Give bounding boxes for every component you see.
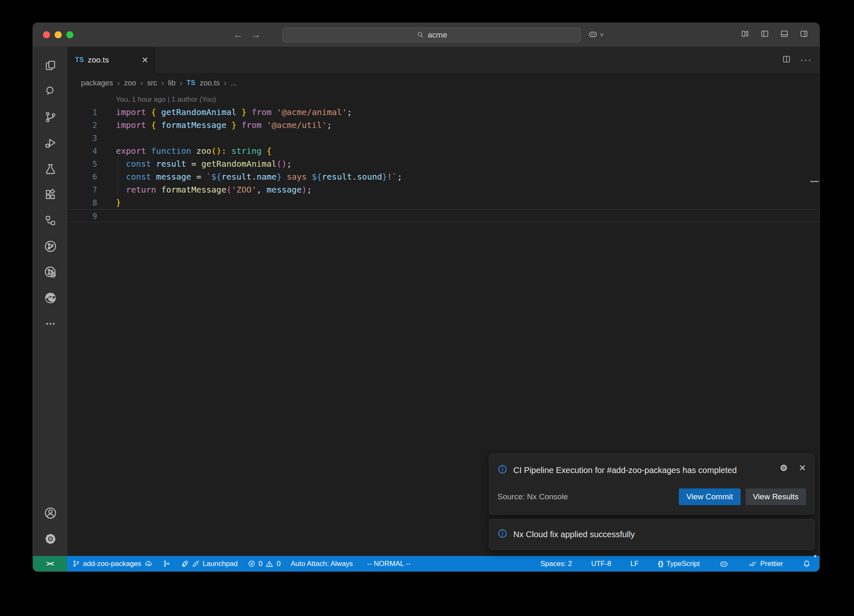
notifications-bell-item[interactable] [797,556,816,571]
chevron-right-icon: › [180,78,182,88]
search-icon[interactable] [38,78,63,104]
minimize-window-button[interactable] [55,31,62,38]
tab-bar: TS zoo.ts ✕ ··· [68,47,819,73]
overview-ruler-mark [810,181,819,182]
breadcrumb-item[interactable]: lib [168,79,176,88]
nx-console-icon[interactable] [38,233,63,259]
toggle-secondary-sidebar-icon[interactable] [799,29,809,38]
indent-guide [118,158,118,170]
info-icon [497,464,507,478]
breadcrumb-item[interactable]: zoo [124,79,136,88]
notification-source: Source: Nx Console [497,492,568,501]
warnings-icon [265,560,274,568]
extensions-icon[interactable] [38,182,63,208]
code-text: const result = getRandomAnimal(); [116,158,291,170]
remote-indicator[interactable]: >< [33,556,67,571]
code-line[interactable]: 5 const result = getRandomAnimal(); [68,158,819,170]
line-number[interactable]: 5 [68,158,116,170]
vscode-window: ← → acme ˅ [33,23,820,572]
git-graph-icon [163,560,171,568]
toggle-panel-icon[interactable] [780,29,789,38]
notification-settings-gear-icon[interactable] [779,463,789,475]
chevron-right-icon: › [117,78,120,88]
activity-bar [33,47,68,556]
error-count: 0 [259,560,262,568]
zoom-window-button[interactable] [66,31,73,38]
hierarchy-icon[interactable] [38,208,63,233]
code-line[interactable]: 8} [68,196,819,209]
breadcrumb-symbol[interactable]: ... [231,79,237,88]
warning-count: 0 [276,560,280,568]
code-line[interactable]: 4export function zoo(): string { [68,145,819,158]
code-line[interactable]: 2import { formatMessage } from '@acme/ut… [68,119,819,132]
chevron-down-icon[interactable]: ˅ [600,32,603,38]
info-icon [497,528,507,541]
encoding-item[interactable]: UTF-8 [586,556,616,571]
code-line[interactable]: 9 [68,209,819,222]
tab-label: zoo.ts [88,55,109,65]
typescript-file-icon: TS [186,79,195,87]
view-commit-button[interactable]: View Commit [679,488,741,505]
line-number[interactable]: 6 [68,170,116,183]
close-window-button[interactable] [43,31,50,38]
notification-close-icon[interactable]: ✕ [799,463,806,473]
auto-attach-item[interactable]: Auto Attach: Always [286,556,358,571]
typescript-file-icon: TS [75,56,84,64]
line-number[interactable]: 2 [68,119,116,132]
bell-icon [802,559,811,568]
language-mode-item[interactable]: {} TypeScript [653,556,705,571]
git-graph-item[interactable] [158,556,176,571]
toggle-primary-sidebar-icon[interactable] [760,29,769,38]
braces-icon: {} [658,560,663,568]
testing-icon[interactable] [38,156,63,182]
command-center-search[interactable]: acme [282,28,581,43]
breadcrumb-item[interactable]: src [147,79,157,88]
line-number[interactable]: 3 [68,132,116,145]
launchpad-item[interactable]: Launchpad [176,556,243,571]
line-number[interactable]: 1 [68,106,116,119]
notification-toast: CI Pipeline Execution for #add-zoo-packa… [489,453,815,515]
split-editor-icon[interactable] [782,55,791,65]
code-line[interactable]: 1import { getRandomAnimal } from '@acme/… [68,106,819,119]
breadcrumb-file[interactable]: zoo.ts [200,79,220,88]
breadcrumb-item[interactable]: packages [81,79,113,88]
code-line[interactable]: 3 [68,132,819,145]
notification-message: CI Pipeline Execution for #add-zoo-packa… [513,463,737,478]
edge-browser-icon[interactable] [38,285,63,311]
git-branch-icon [72,560,80,568]
back-arrow-icon[interactable]: ← [233,29,243,40]
git-branch-item[interactable]: add-zoo-packages [67,556,158,571]
source-control-icon[interactable] [38,104,63,130]
customize-layout-icon[interactable] [741,29,750,38]
more-actions-icon[interactable]: ··· [800,55,812,65]
problems-item[interactable]: 0 0 [243,556,286,571]
line-number[interactable]: 4 [68,145,116,158]
code-line[interactable]: 7 return formatMessage('ZOO', message); [68,183,819,196]
notification-toast: Nx Cloud fix applied successfully [489,519,815,550]
indentation-item[interactable]: Spaces: 2 [535,556,577,571]
code-text: import { getRandomAnimal } from '@acme/a… [116,106,352,119]
gitlens-blame: You, 1 hour ago | 1 author (You) [68,93,819,106]
vim-mode-item[interactable]: -- NORMAL -- [362,556,415,571]
code-text: return formatMessage('ZOO', message); [116,183,312,196]
tab-zoo-ts[interactable]: TS zoo.ts ✕ [68,47,155,73]
view-results-button[interactable]: View Results [746,488,806,505]
line-number[interactable]: 7 [68,183,116,196]
forward-arrow-icon[interactable]: → [251,29,261,40]
more-views-icon[interactable] [38,311,63,337]
eol-item[interactable]: LF [625,556,644,571]
errors-icon [248,560,256,568]
copilot-icon[interactable] [588,29,598,41]
settings-gear-icon[interactable] [38,526,63,552]
code-line[interactable]: 6 const message = `${result.name} says $… [68,170,819,183]
line-number[interactable]: 9 [68,210,116,222]
line-number[interactable]: 8 [68,196,116,209]
copilot-status-item[interactable] [714,556,734,571]
traffic-lights [43,31,73,38]
formatter-item[interactable]: Prettier [743,556,788,571]
close-tab-icon[interactable]: ✕ [141,55,148,65]
accounts-icon[interactable] [38,500,63,526]
run-and-debug-icon[interactable] [38,130,63,156]
nx-cloud-icon[interactable] [38,259,63,285]
explorer-icon[interactable] [38,53,63,78]
